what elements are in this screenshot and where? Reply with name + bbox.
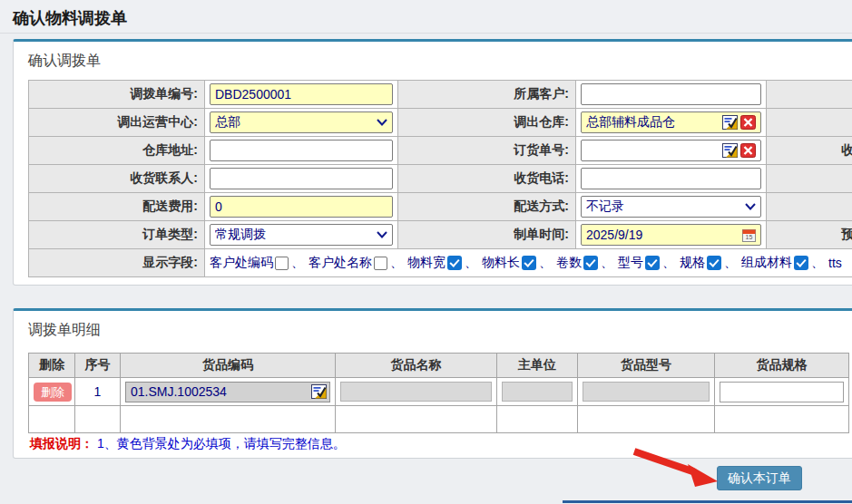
checkbox-customer-name[interactable] bbox=[374, 257, 387, 270]
fill-instructions: 填报说明： 1、黄色背景处为必填项，请填写完整信息。 bbox=[30, 436, 346, 452]
delivery-fee-input[interactable] bbox=[210, 196, 393, 218]
col-seq: 序号 bbox=[75, 354, 121, 378]
checkbox-material-width[interactable] bbox=[447, 256, 462, 270]
clear-icon[interactable] bbox=[740, 115, 756, 130]
chevron-down-icon bbox=[377, 231, 387, 238]
receiver-name-input[interactable] bbox=[210, 168, 393, 189]
detail-row: 删除 1 01.SMJ.1002534 bbox=[29, 378, 849, 406]
delivery-method-select[interactable]: 不记录 bbox=[581, 196, 761, 218]
delete-row-button[interactable]: 删除 bbox=[34, 383, 72, 402]
col-delete: 删除 bbox=[29, 354, 75, 378]
display-fields-row: 客户处编码、 客户处名称、 物料宽、 物料长、 卷数、 型号、 规格、 组成材料… bbox=[210, 255, 852, 271]
detail-empty-row bbox=[29, 406, 849, 433]
note-text: 1、黄色背景处为必填项，请填写完整信息。 bbox=[97, 436, 346, 451]
create-time-label: 制单时间: bbox=[398, 221, 576, 249]
unit-field-disabled bbox=[502, 382, 573, 402]
receiver-phone-input[interactable] bbox=[581, 168, 761, 189]
col-unit: 主单位 bbox=[497, 354, 578, 378]
col-item-code: 货品编码 bbox=[121, 354, 336, 378]
customer-input[interactable] bbox=[581, 83, 761, 105]
receiver-phone-label: 收货电话: bbox=[398, 165, 576, 193]
order-type-select[interactable]: 常规调拨 bbox=[210, 224, 393, 246]
checkbox-spec[interactable] bbox=[707, 256, 721, 270]
order-no-label: 调拨单编号: bbox=[29, 81, 205, 109]
clipped-label-receive: 收 bbox=[767, 137, 852, 165]
out-center-select[interactable]: 总部 bbox=[210, 111, 393, 133]
checkbox-model[interactable] bbox=[645, 256, 660, 270]
detail-table: 删除 序号 货品编码 货品名称 主单位 货品型号 货品规格 删除 1 01.SM… bbox=[28, 353, 849, 433]
checkbox-material-length[interactable] bbox=[522, 256, 536, 270]
lookup-icon[interactable] bbox=[722, 143, 738, 158]
order-no-input[interactable] bbox=[210, 83, 393, 105]
svg-text:15: 15 bbox=[746, 234, 753, 240]
out-warehouse-field[interactable]: 总部辅料成品仓 bbox=[581, 111, 761, 133]
clear-icon[interactable] bbox=[740, 143, 756, 158]
page-header: 确认物料调拨单 bbox=[0, 0, 852, 34]
checkbox-roll-count[interactable] bbox=[583, 256, 598, 270]
item-code-field[interactable]: 01.SMJ.1002534 bbox=[125, 382, 330, 402]
col-item-model: 货品型号 bbox=[578, 354, 715, 378]
clipped-checkbox-label: tts bbox=[828, 256, 842, 270]
delivery-fee-label: 配送费用: bbox=[29, 193, 205, 221]
checkbox-customer-code[interactable] bbox=[275, 257, 289, 270]
order-type-label: 订单类型: bbox=[29, 221, 205, 249]
chevron-down-icon bbox=[745, 203, 756, 210]
item-name-field-disabled bbox=[340, 382, 492, 402]
item-spec-input[interactable] bbox=[720, 382, 844, 402]
confirm-order-button[interactable]: 确认本订单 bbox=[717, 466, 802, 490]
item-model-field-disabled bbox=[583, 382, 710, 402]
detail-section-title: 调拨单明细 bbox=[14, 311, 852, 340]
receiver-name-label: 收货联系人: bbox=[29, 165, 205, 193]
clipped-label-expect: 预 bbox=[767, 221, 852, 249]
row-seq: 1 bbox=[75, 378, 121, 406]
confirm-form-table: 调拨单编号: 所属客户: 调出运营中心: 总部 调出仓库: 总部辅料成品仓 bbox=[28, 80, 852, 277]
col-item-name: 货品名称 bbox=[336, 354, 497, 378]
calendar-icon[interactable]: 15 bbox=[742, 228, 756, 242]
order-ref-no-label: 订货单号: bbox=[398, 137, 576, 165]
create-time-field[interactable]: 2025/9/19 15 bbox=[581, 224, 761, 246]
delivery-method-label: 配送方式: bbox=[398, 193, 576, 221]
customer-label: 所属客户: bbox=[398, 81, 576, 109]
out-center-label: 调出运营中心: bbox=[29, 109, 205, 137]
warehouse-address-input[interactable] bbox=[210, 140, 393, 161]
out-warehouse-label: 调出仓库: bbox=[398, 109, 576, 137]
lookup-icon[interactable] bbox=[722, 115, 738, 130]
warehouse-address-label: 仓库地址: bbox=[29, 137, 205, 165]
checkbox-composition[interactable] bbox=[794, 256, 808, 270]
confirm-order-panel: 确认调拨单 调拨单编号: 所属客户: 调出运营中心: 总部 调出仓库: bbox=[13, 39, 852, 286]
col-item-spec: 货品规格 bbox=[715, 354, 849, 378]
page-title: 确认物料调拨单 bbox=[0, 0, 852, 29]
bottom-divider bbox=[563, 500, 852, 503]
order-ref-no-field[interactable] bbox=[581, 140, 761, 161]
chevron-down-icon bbox=[377, 119, 387, 126]
confirm-section-title: 确认调拨单 bbox=[14, 42, 852, 71]
lookup-icon[interactable] bbox=[311, 384, 327, 399]
display-fields-label: 显示字段: bbox=[29, 249, 205, 277]
note-label: 填报说明： bbox=[30, 436, 93, 451]
transfer-detail-panel: 调拨单明细 删除 序号 货品编码 货品名称 主单位 货品型号 货品规格 删除 1… bbox=[13, 308, 852, 459]
detail-header-row: 删除 序号 货品编码 货品名称 主单位 货品型号 货品规格 bbox=[29, 354, 849, 378]
